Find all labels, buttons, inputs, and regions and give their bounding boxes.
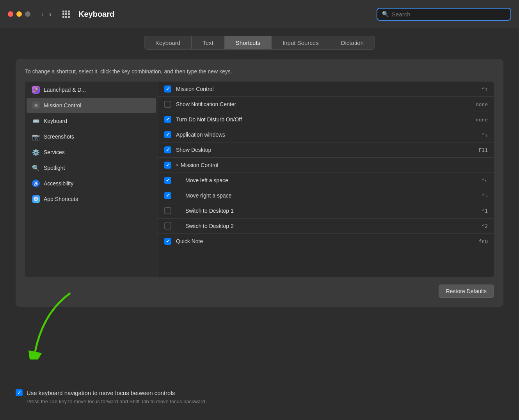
shortcut-name-1: Show Notification Center (176, 101, 460, 107)
keyboard-nav-checkbox[interactable] (16, 389, 23, 396)
shortcut-key-8: ⌃1 (464, 208, 488, 214)
shortcut-name-2: Turn Do Not Disturb On/Off (176, 116, 460, 123)
shortcut-checkbox-7[interactable] (164, 192, 171, 199)
shortcut-name-6: Move left a space (176, 177, 460, 183)
shortcut-checkbox-4[interactable] (164, 146, 171, 153)
shortcut-key-0: ⌃↑ (464, 86, 488, 92)
tab-text[interactable]: Text (192, 36, 225, 50)
app-grid-icon[interactable] (62, 11, 70, 18)
shortcut-row-1: Show Notification Center none (158, 97, 494, 112)
sidebar: 🚀 Launchpad & D... ⊞ Mission Control ⌨️ … (25, 82, 158, 277)
shortcut-name-3: Application windows (176, 132, 460, 138)
shortcut-key-9: ⌃2 (464, 223, 488, 229)
keyboard-nav-row: Use keyboard navigation to move focus be… (16, 389, 503, 396)
restore-defaults-button[interactable]: Restore Defaults (439, 285, 494, 298)
sidebar-item-keyboard[interactable]: ⌨️ Keyboard (27, 114, 156, 128)
shortcut-key-7: ⌃→ (464, 193, 488, 199)
shortcut-row-9: Switch to Desktop 2 ⌃2 (158, 219, 494, 234)
mission-control-icon: ⊞ (32, 101, 40, 109)
bottom-area: Restore Defaults (25, 285, 494, 298)
shortcut-key-2: none (464, 117, 488, 123)
search-icon: 🔍 (382, 11, 389, 17)
sidebar-label-screenshots: Screenshots (44, 133, 74, 140)
sidebar-label-accessibility: Accessibility (44, 180, 73, 187)
shortcut-row-8: Switch to Desktop 1 ⌃1 (158, 203, 494, 219)
sidebar-item-spotlight[interactable]: 🔍 Spotlight (27, 160, 156, 175)
window-title: Keyboard (78, 10, 370, 19)
shortcut-row-5: ▾ Mission Control (158, 158, 494, 173)
sidebar-item-launchpad[interactable]: 🚀 Launchpad & D... (27, 82, 156, 97)
shortcut-checkbox-5[interactable] (164, 162, 171, 169)
chevron-icon: ▾ (176, 163, 178, 168)
shortcut-checkbox-2[interactable] (164, 116, 171, 123)
sidebar-label-keyboard: Keyboard (44, 118, 67, 124)
shortcut-name-10: Quick Note (176, 238, 460, 244)
maximize-button[interactable] (25, 11, 30, 17)
tabs-container: Keyboard Text Shortcuts Input Sources Di… (16, 36, 503, 50)
shortcut-checkbox-6[interactable] (164, 177, 171, 184)
shortcut-checkbox-1[interactable] (164, 101, 171, 108)
sidebar-label-mission-control: Mission Control (44, 102, 81, 109)
sidebar-label-launchpad: Launchpad & D... (44, 87, 86, 93)
shortcut-name-0: Mission Control (176, 86, 460, 92)
tab-shortcuts[interactable]: Shortcuts (225, 36, 272, 50)
sidebar-label-services: Services (44, 149, 65, 155)
sidebar-item-accessibility[interactable]: ♿ Accessibility (27, 176, 156, 191)
shortcut-row-0: Mission Control ⌃↑ (158, 82, 494, 97)
back-button[interactable]: ‹ (40, 10, 45, 18)
search-input[interactable] (392, 11, 506, 18)
keyboard-icon: ⌨️ (32, 117, 40, 125)
screenshots-icon: 📷 (32, 133, 40, 141)
shortcut-name-7: Move right a space (176, 192, 460, 199)
app-shortcuts-icon: 🅐 (32, 195, 40, 203)
shortcut-checkbox-0[interactable] (164, 85, 171, 93)
shortcut-row-10: Quick Note fnQ (158, 234, 494, 249)
shortcut-checkbox-8[interactable] (164, 207, 171, 214)
shortcut-row-7: Move right a space ⌃→ (158, 188, 494, 203)
shortcut-key-6: ⌃← (464, 178, 488, 183)
nav-arrows: ‹ › (40, 10, 53, 18)
close-button[interactable] (8, 11, 13, 17)
shortcut-checkbox-3[interactable] (164, 131, 171, 138)
content-area: Keyboard Text Shortcuts Input Sources Di… (0, 28, 519, 315)
shortcut-row-3: Application windows ⌃↓ (158, 127, 494, 142)
sidebar-label-spotlight: Spotlight (44, 165, 65, 171)
shortcut-checkbox-9[interactable] (164, 222, 171, 230)
sidebar-item-screenshots[interactable]: 📷 Screenshots (27, 129, 156, 144)
panel-body: 🚀 Launchpad & D... ⊞ Mission Control ⌨️ … (25, 82, 494, 277)
shortcut-key-1: none (464, 101, 488, 107)
arrow-annotation (23, 289, 86, 359)
sidebar-item-services[interactable]: ⚙️ Services (27, 145, 156, 160)
sidebar-item-app-shortcuts[interactable]: 🅐 App Shortcuts (27, 192, 156, 206)
shortcut-name-4: Show Desktop (176, 147, 460, 153)
shortcut-name-9: Switch to Desktop 2 (176, 223, 460, 229)
shortcut-name-8: Switch to Desktop 1 (176, 208, 460, 214)
keyboard-nav-hint: Press the Tab key to move focus forward … (16, 399, 503, 404)
services-icon: ⚙️ (32, 148, 40, 156)
search-box[interactable]: 🔍 (377, 8, 511, 21)
minimize-button[interactable] (16, 11, 22, 17)
shortcut-row-4: Show Desktop F11 (158, 142, 494, 158)
tab-dictation[interactable]: Dictation (330, 36, 375, 50)
keyboard-nav-section: Use keyboard navigation to move focus be… (16, 389, 503, 404)
accessibility-icon: ♿ (32, 180, 40, 187)
shortcut-row-6: Move left a space ⌃← (158, 173, 494, 188)
traffic-lights (8, 11, 30, 17)
main-panel: To change a shortcut, select it, click t… (16, 59, 503, 307)
sidebar-label-app-shortcuts: App Shortcuts (44, 196, 78, 202)
title-bar: ‹ › Keyboard 🔍 (0, 0, 519, 28)
shortcut-key-4: F11 (464, 147, 488, 153)
shortcut-key-10: fnQ (464, 238, 488, 244)
keyboard-nav-label: Use keyboard navigation to move focus be… (27, 390, 175, 396)
launchpad-icon: 🚀 (32, 86, 40, 94)
shortcut-row-2: Turn Do Not Disturb On/Off none (158, 112, 494, 127)
sidebar-item-mission-control[interactable]: ⊞ Mission Control (27, 98, 156, 113)
tab-keyboard[interactable]: Keyboard (144, 36, 192, 50)
hint-text: To change a shortcut, select it, click t… (25, 68, 494, 75)
shortcut-checkbox-10[interactable] (164, 238, 171, 245)
shortcut-key-3: ⌃↓ (464, 132, 488, 138)
tab-input-sources[interactable]: Input Sources (272, 36, 330, 50)
shortcut-name-5: ▾ Mission Control (176, 162, 460, 168)
forward-button[interactable]: › (48, 10, 53, 18)
shortcuts-panel: Mission Control ⌃↑ Show Notification Cen… (158, 82, 494, 277)
